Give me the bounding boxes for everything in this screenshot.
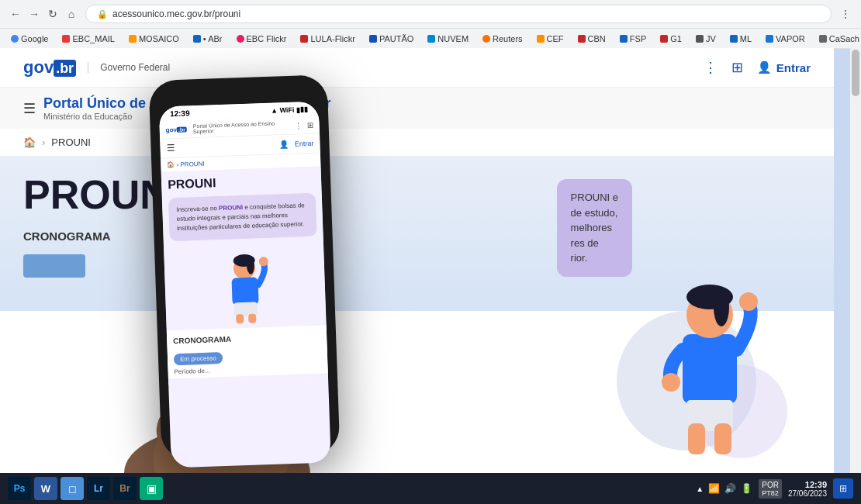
phone-screen: 12:39 ▲ WiFi ▮▮▮ gov.br Portal Único de … [159,102,331,468]
phone-text-bubble: Inscreva-se no PROUNI e conquiste bolsas… [168,193,317,242]
scrollbar[interactable] [850,48,861,504]
forward-button[interactable]: → [26,6,42,22]
phone-signal-icons: ▲ WiFi ▮▮▮ [271,105,308,115]
breadcrumb-prouni: PROUNI [51,136,91,148]
bookmark-pautao[interactable]: PAUTÃO [366,33,417,44]
speech-bubble-text: PROUNI ede estudo,melhoresres derior. [571,192,618,264]
windows-badge[interactable]: ⊞ [833,478,853,499]
phone-notch [207,86,270,102]
hamburger-icon[interactable]: ☰ [23,100,36,117]
bookmark-casach[interactable]: CaSach [816,33,861,44]
cronograma-button[interactable] [23,254,85,278]
bookmark-fsp-label: FSP [630,34,646,43]
phone-content: PROUNI Inscreva-se no PROUNI e conquiste… [161,166,328,385]
back-button[interactable]: ← [8,6,23,22]
bookmark-vapor[interactable]: VAPOR [762,33,808,44]
svg-point-4 [739,292,758,311]
bookmark-pautao-label: PAUTÃO [379,34,413,43]
entrar-button[interactable]: 👤 Entrar [757,60,811,74]
options-icon[interactable]: ⋮ [704,59,718,76]
volume-icon[interactable]: 🔊 [724,483,736,494]
extensions-button[interactable]: ⋮ [838,6,853,22]
photoshop-label: Ps [14,483,26,494]
svg-rect-13 [231,277,258,305]
bookmark-reuters[interactable]: Reuters [479,33,526,44]
ml-icon [730,35,738,43]
bridge-icon[interactable]: Br [113,477,137,500]
hero-title: PROUNI [23,171,811,218]
bookmark-mosaico[interactable]: MOSAICO [126,33,182,44]
address-bar[interactable]: 🔒 acessounico.mec.gov.br/prouni [85,5,832,23]
bookmark-vapor-label: VAPOR [776,34,805,43]
phone-character-svg [216,246,273,325]
lightroom-icon[interactable]: Lr [87,477,110,500]
header-actions: ⋮ ⊞ 👤 Entrar [704,59,811,76]
word-icon[interactable]: W [34,477,57,500]
breadcrumb-home-icon[interactable]: 🏠 [23,136,36,148]
phone-periodo-text: Período de... [174,364,321,376]
browser-label: ◻ [68,483,77,495]
lightroom-label: Lr [94,483,103,494]
taskbar-right: ▲ 📶 🔊 🔋 POR PT82 12:39 27/06/2023 ⊞ [696,478,853,499]
scrollbar-thumb[interactable] [852,50,859,96]
app5-label: ▣ [147,482,157,495]
bookmark-ebc-mail[interactable]: EBC_MAIL [59,33,117,44]
app5-icon[interactable]: ▣ [140,477,163,500]
bookmark-cbn-label: CBN [588,34,606,43]
reload-button[interactable]: ↻ [45,6,61,22]
taskbar-app-icons: Ps W ◻ Lr Br ▣ [8,477,163,500]
phone-url: Portal Único de Acesso ao Ensino Superio… [190,120,292,135]
url-text: acessounico.mec.gov.br/prouni [112,9,240,19]
bookmark-cef[interactable]: CEF [534,33,567,44]
lock-icon: 🔒 [97,9,108,19]
home-button[interactable]: ⌂ [64,6,79,22]
phone-more-icon[interactable]: ⋮ [294,121,302,129]
bookmark-ml[interactable]: ML [727,33,755,44]
bookmark-g1[interactable]: G1 [657,33,685,44]
phone-grid-icon[interactable]: ⊞ [306,120,313,129]
vapor-icon [766,35,773,43]
user-icon: 👤 [757,60,772,74]
phone-nav-icons: ⋮ ⊞ [294,120,313,129]
bookmark-cef-label: CEF [547,34,564,43]
phone-prouni-bold: PROUNI [219,204,243,212]
cbn-icon [578,35,586,43]
casach-icon [819,35,827,43]
phone-overlay: 12:39 ▲ WiFi ▮▮▮ gov.br Portal Único de … [155,78,372,481]
battery-icon[interactable]: 🔋 [741,483,752,494]
lang-subtext: PT82 [762,489,779,497]
bookmark-jv[interactable]: JV [693,33,719,44]
language-indicator[interactable]: POR PT82 [759,479,782,499]
phone-em-processo-badge: Em processo [174,345,322,366]
clock-time: 12:39 [788,480,827,489]
bookmark-nuvem[interactable]: NUVEM [424,33,472,44]
grid-icon[interactable]: ⊞ [731,59,743,76]
breadcrumb-separator: › [42,136,45,148]
bookmark-google-label: Google [21,34,48,43]
phone-home-icon[interactable]: 🏠 [167,161,175,168]
entrar-label: Entrar [776,61,811,74]
bookmarks-bar: Google EBC_MAIL MOSAICO • ABr EBC Flickr… [0,28,861,48]
flickr-icon [237,35,244,43]
bookmark-flickr[interactable]: EBC Flickr [233,33,290,44]
bookmark-cbn[interactable]: CBN [575,33,609,44]
taskbar-clock[interactable]: 12:39 27/06/2023 [788,480,827,498]
browser-taskbar-icon[interactable]: ◻ [61,477,84,500]
breadcrumb: 🏠 › PROUNI [0,129,834,156]
notification-icon[interactable]: ▲ [696,485,704,493]
bookmark-google[interactable]: Google [8,33,51,44]
photoshop-icon[interactable]: Ps [8,477,31,500]
phone-hamburger-icon[interactable]: ☰ [166,143,175,154]
bookmark-fsp[interactable]: FSP [617,33,649,44]
phone-entrar-label[interactable]: Entrar [295,139,314,148]
nuvem-icon [427,35,435,43]
phone-time: 12:39 [170,109,190,118]
phone-character-illustration [170,244,320,327]
svg-rect-8 [714,423,731,454]
svg-point-3 [714,288,729,326]
windows-flag: ⊞ [839,483,847,494]
bookmark-abr[interactable]: • ABr [190,33,226,44]
bookmark-lula-flickr[interactable]: LULA-Flickr [297,33,358,44]
gov-text: gov [23,57,54,77]
wifi-icon[interactable]: 📶 [708,483,720,494]
